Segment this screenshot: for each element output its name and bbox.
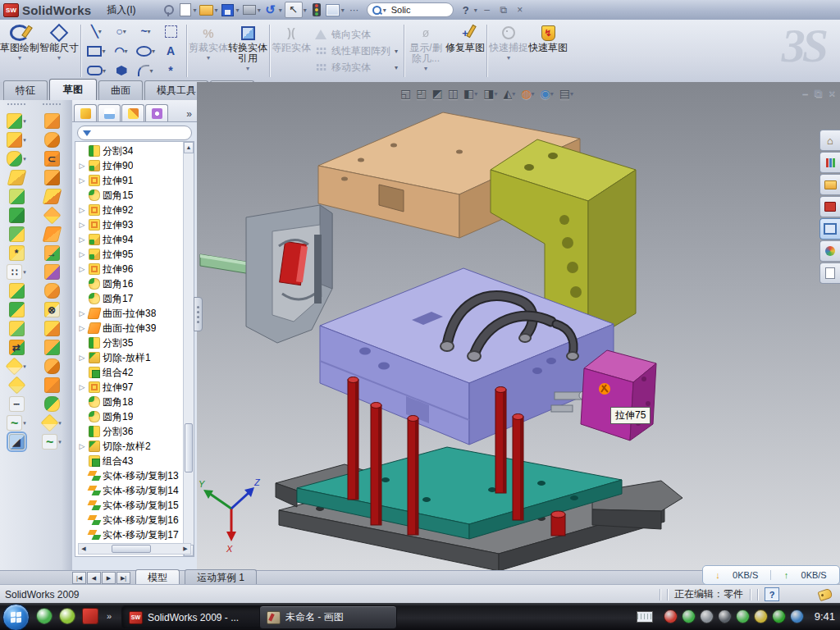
- feature-tree-item[interactable]: 分割36: [75, 424, 184, 439]
- parting-line-icon[interactable]: [44, 113, 60, 129]
- print-icon[interactable]: [242, 3, 257, 17]
- select-icon[interactable]: ↖: [285, 2, 303, 18]
- document-restore-button[interactable]: ⧉: [815, 87, 822, 100]
- quick-launch-overflow-icon[interactable]: »: [107, 611, 112, 621]
- select-dropdown-icon[interactable]: ▾: [304, 7, 307, 14]
- volume-icon[interactable]: [718, 609, 732, 623]
- open-dropdown-icon[interactable]: ▾: [215, 7, 218, 14]
- tooling-split-icon[interactable]: [44, 170, 60, 185]
- options-dropdown-icon[interactable]: ▾: [341, 7, 345, 14]
- section-view-icon[interactable]: ◫: [446, 87, 460, 100]
- sketch-fillet-icon[interactable]: ▾: [134, 61, 158, 80]
- shell-icon[interactable]: [9, 208, 25, 223]
- feature-tree-item[interactable]: 圆角17: [75, 291, 184, 306]
- knit-surface-icon[interactable]: [44, 283, 60, 299]
- previous-view-icon[interactable]: ◩: [430, 87, 444, 100]
- save-icon[interactable]: [221, 3, 235, 17]
- scrollbar-thumb[interactable]: [185, 423, 193, 472]
- expand-arrow-icon[interactable]: ▷: [78, 162, 86, 170]
- print-dropdown-icon[interactable]: ▾: [258, 7, 261, 14]
- feature-tree-item[interactable]: 实体-移动/复制15: [75, 498, 184, 513]
- linear-pattern-icon[interactable]: ∷: [7, 264, 22, 280]
- expand-arrow-icon[interactable]: ▷: [78, 442, 86, 450]
- expand-arrow-icon[interactable]: ▷: [78, 265, 86, 273]
- new-dropdown-icon[interactable]: ▾: [194, 7, 197, 14]
- dome-icon[interactable]: [44, 396, 60, 412]
- expand-arrow-icon[interactable]: ▷: [78, 176, 86, 185]
- hide-show-items-dropdown-icon[interactable]: ▾: [512, 90, 515, 98]
- shield-icon[interactable]: [682, 609, 696, 623]
- pin-sync-icon[interactable]: [736, 609, 750, 623]
- expand-arrow-icon[interactable]: ▷: [78, 354, 86, 362]
- configurationmanager-tab-icon[interactable]: [121, 104, 144, 121]
- feature-tree-item[interactable]: ▷拉伸94: [75, 232, 184, 247]
- toolbox-icon[interactable]: [819, 196, 840, 217]
- start-button[interactable]: [2, 604, 30, 630]
- radiate-surface-icon[interactable]: [44, 377, 60, 393]
- combine-icon[interactable]: [9, 283, 25, 299]
- extruded-boss-dropdown-icon[interactable]: ▾: [23, 118, 26, 125]
- feature-tree-item[interactable]: ▷切除-放样2: [75, 439, 184, 454]
- messenger-icon[interactable]: [36, 608, 52, 624]
- fillet-icon[interactable]: [7, 151, 22, 167]
- hole-wizard-icon[interactable]: *: [9, 245, 25, 261]
- scroll-left-icon[interactable]: ◀: [79, 546, 89, 552]
- next-tab-icon[interactable]: ▶: [102, 572, 116, 584]
- tab-surfaces[interactable]: 曲面: [98, 80, 143, 100]
- combine-bodies-icon[interactable]: [9, 321, 25, 336]
- circle-icon[interactable]: ○▾: [109, 21, 134, 41]
- view-settings-dropdown-icon[interactable]: ▾: [570, 90, 573, 98]
- plane-icon[interactable]: [7, 376, 25, 394]
- feature-tree-item[interactable]: 实体-移动/复制16: [75, 513, 184, 527]
- point-icon[interactable]: *: [158, 61, 183, 80]
- planar-surface-icon[interactable]: [42, 226, 62, 242]
- messenger-tray-icon[interactable]: [790, 609, 804, 623]
- tab-sketch[interactable]: 草图: [49, 79, 97, 100]
- parting-surface-icon[interactable]: ⊂: [44, 151, 60, 167]
- dimxpert-tab-icon[interactable]: [145, 104, 168, 121]
- feature-tree-item[interactable]: ▷拉伸91: [75, 173, 184, 188]
- hide-show-items-icon[interactable]: ◭▾: [501, 87, 518, 100]
- zoom-fit-icon[interactable]: ◱: [399, 87, 413, 100]
- apply-scene-icon[interactable]: ◉▾: [538, 87, 555, 100]
- magnifier-icon[interactable]: [700, 609, 714, 623]
- expand-arrow-icon[interactable]: ▷: [78, 383, 86, 391]
- view-orientation-dropdown-icon[interactable]: ▾: [474, 90, 477, 98]
- custom-properties-icon[interactable]: [819, 262, 840, 284]
- feature-tree-item[interactable]: ▷曲面-拉伸38: [75, 306, 184, 321]
- extruded-boss-icon[interactable]: [7, 113, 22, 129]
- convert-entities-button[interactable]: 转换实体引用▾: [228, 20, 267, 82]
- feature-tree-item[interactable]: ▷拉伸95: [75, 247, 184, 262]
- reference-geometry-icon[interactable]: [6, 357, 24, 375]
- feature-tree-item[interactable]: 圆角18: [75, 395, 184, 409]
- offset-surface-icon[interactable]: [44, 358, 60, 374]
- view-settings-icon[interactable]: ▤▾: [558, 87, 576, 100]
- rapid-sketch-button[interactable]: ↯快速草图: [528, 20, 568, 82]
- hscrollbar-thumb[interactable]: [112, 545, 151, 553]
- polygon-icon[interactable]: [109, 61, 134, 80]
- replace-face-icon[interactable]: [44, 321, 60, 336]
- spline-icon[interactable]: ~▾: [134, 21, 158, 41]
- view-palette-icon[interactable]: [819, 218, 840, 240]
- fillet-dropdown-icon[interactable]: ▾: [23, 156, 26, 162]
- last-tab-icon[interactable]: ▶|: [116, 572, 130, 584]
- tree-vertical-scrollbar[interactable]: ▲ ▼: [183, 142, 194, 556]
- appearances-icon[interactable]: [819, 240, 840, 262]
- smart-dimension-button-dropdown-icon[interactable]: ▾: [57, 54, 61, 62]
- expand-arrow-icon[interactable]: ▷: [78, 250, 86, 258]
- extend-surface-icon[interactable]: →: [44, 245, 60, 261]
- feature-tree-item[interactable]: 实体-移动/复制14: [75, 483, 184, 498]
- expand-arrow-icon[interactable]: ▷: [78, 309, 86, 317]
- design-library-icon[interactable]: [819, 152, 840, 173]
- scroll-right-icon[interactable]: ▶: [180, 546, 190, 552]
- undo-dropdown-icon[interactable]: ▾: [279, 7, 282, 14]
- sketch-text-icon[interactable]: A: [158, 41, 183, 61]
- solidworks-quicklaunch-icon[interactable]: [82, 608, 98, 624]
- open-icon[interactable]: [199, 3, 214, 17]
- extruded-cut-icon[interactable]: [7, 132, 22, 148]
- move-face-icon[interactable]: [44, 340, 60, 355]
- sketch-button-dropdown-icon[interactable]: ▾: [18, 54, 21, 62]
- display-style-dropdown-icon[interactable]: ▾: [494, 90, 497, 98]
- panel-splitter-handle[interactable]: [194, 297, 203, 331]
- more-commands-icon[interactable]: ⋯: [347, 3, 362, 17]
